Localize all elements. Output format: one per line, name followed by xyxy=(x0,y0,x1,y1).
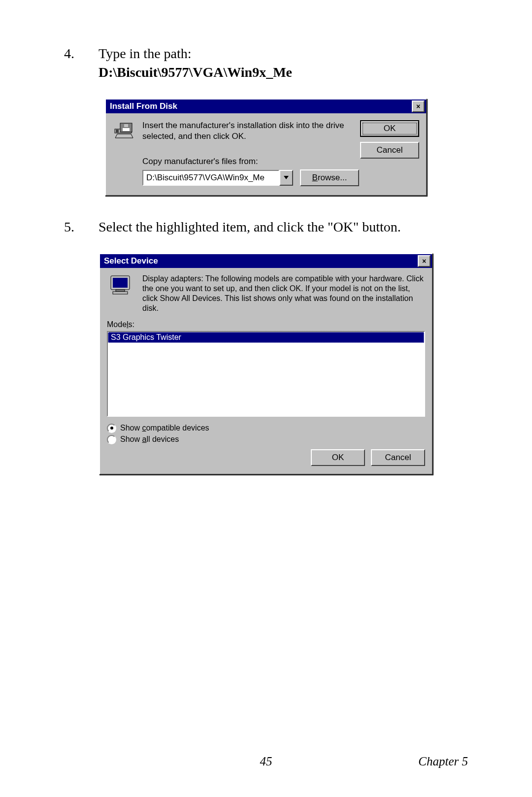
step-5-text: Select the highlighted item, and click t… xyxy=(99,218,468,236)
step-4-text: Type in the path: D:\Biscuit\9577\VGA\Wi… xyxy=(99,44,468,82)
step-5-number: 5. xyxy=(64,218,99,236)
select-device-dialog: Select Device × Display adapters: The fo… xyxy=(99,253,433,475)
svg-rect-8 xyxy=(113,292,128,294)
select-device-description: Display adapters: The following models a… xyxy=(142,274,425,313)
svg-rect-7 xyxy=(116,290,125,292)
path-input[interactable]: D:\Biscuit\9577\VGA\Win9x_Me xyxy=(142,170,279,186)
models-label: Models: xyxy=(107,320,425,329)
page-number: 45 xyxy=(260,755,272,768)
radio-icon xyxy=(107,424,116,433)
chevron-down-icon[interactable] xyxy=(279,170,293,186)
ok-button[interactable]: OK xyxy=(311,449,365,466)
step-4: 4. Type in the path: D:\Biscuit\9577\VGA… xyxy=(64,44,468,82)
cancel-button[interactable]: Cancel xyxy=(360,142,419,159)
page: 4. Type in the path: D:\Biscuit\9577\VGA… xyxy=(0,0,532,797)
models-listbox[interactable]: S3 Graphics Twister xyxy=(107,331,425,417)
chapter-label: Chapter 5 xyxy=(418,755,468,768)
select-device-titlebar: Select Device × xyxy=(100,254,432,268)
step-4-line1: Type in the path: xyxy=(99,46,192,61)
copy-from-label: Copy manufacturer's files from: xyxy=(142,157,359,166)
step-4-number: 4. xyxy=(64,44,99,82)
floppy-icon xyxy=(113,120,136,186)
svg-rect-1 xyxy=(116,130,119,133)
close-icon[interactable]: × xyxy=(412,100,425,112)
page-footer: 45 Chapter 5 xyxy=(0,755,532,768)
install-dialog-title: Install From Disk xyxy=(110,101,412,111)
cancel-button[interactable]: Cancel xyxy=(371,449,425,466)
step-4-path: D:\Biscuit\9577\VGA\Win9x_Me xyxy=(99,65,292,80)
install-instruction: Insert the manufacturer's installation d… xyxy=(142,120,359,142)
radio-icon xyxy=(107,435,116,444)
install-from-disk-dialog: Install From Disk × Insert the manufactu… xyxy=(105,99,427,196)
figure-select-device: Select Device × Display adapters: The fo… xyxy=(64,253,468,475)
radio-compatible[interactable]: Show compatible devices xyxy=(107,424,425,433)
svg-rect-4 xyxy=(123,128,130,131)
radio-all[interactable]: Show all devices xyxy=(107,435,425,444)
install-dialog-titlebar: Install From Disk × xyxy=(106,100,426,113)
close-icon[interactable]: × xyxy=(418,255,431,267)
ok-button[interactable]: OK xyxy=(360,120,419,137)
figure-install-from-disk: Install From Disk × Insert the manufactu… xyxy=(64,99,468,196)
path-combobox[interactable]: D:\Biscuit\9577\VGA\Win9x_Me xyxy=(142,170,293,186)
monitor-icon xyxy=(107,274,134,296)
browse-rest: rowse... xyxy=(318,173,347,182)
svg-rect-3 xyxy=(124,124,128,127)
browse-mnemonic: B xyxy=(312,173,318,182)
step-5: 5. Select the highlighted item, and clic… xyxy=(64,218,468,236)
device-filter-radios: Show compatible devices Show all devices xyxy=(107,424,425,444)
list-item[interactable]: S3 Graphics Twister xyxy=(108,332,424,343)
select-device-title: Select Device xyxy=(104,256,418,266)
svg-rect-6 xyxy=(113,278,128,288)
browse-button[interactable]: Browse... xyxy=(300,169,359,186)
